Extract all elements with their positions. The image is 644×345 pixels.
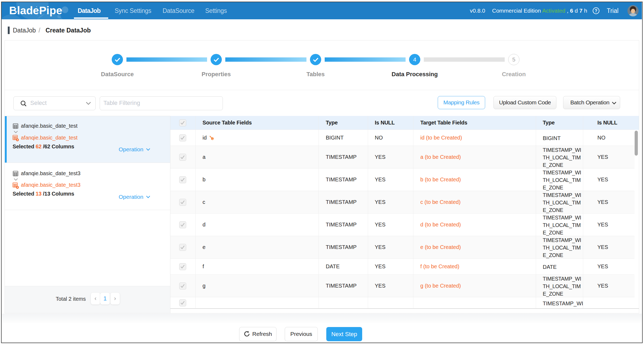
svg-text:?: ?: [595, 9, 597, 13]
